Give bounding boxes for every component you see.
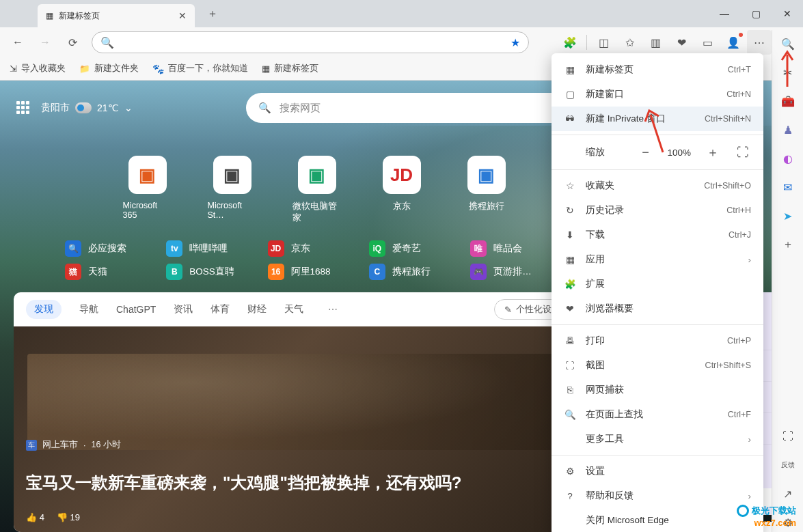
menu-print[interactable]: 🖶打印Ctrl+P xyxy=(552,328,763,353)
screenshot-icon: ⛶ xyxy=(564,361,576,371)
menu-close-edge[interactable]: 关闭 Microsoft Edge xyxy=(552,508,763,532)
baidu-icon: 🐾 xyxy=(152,64,164,74)
tile-label: 微软电脑管家 xyxy=(292,201,342,224)
menu-apps[interactable]: ▦应用› xyxy=(552,247,763,272)
link-label: BOSS直聘 xyxy=(189,266,234,278)
quick-tile[interactable]: ▣携程旅行 xyxy=(462,156,511,224)
new-tab-button[interactable]: ＋ xyxy=(202,4,223,24)
apps-grid-icon[interactable] xyxy=(16,101,30,115)
bookmark-baidu[interactable]: 🐾百度一下，你就知道 xyxy=(152,63,248,74)
extensions-icon[interactable]: 🧩 xyxy=(558,30,582,55)
fullscreen-button[interactable]: ⛶ xyxy=(735,145,751,160)
sidebar-telegram-icon[interactable]: ➤ xyxy=(778,206,798,225)
link-icon: tv xyxy=(166,240,182,257)
back-button[interactable]: ← xyxy=(5,30,30,55)
tile-label: 京东 xyxy=(393,201,411,212)
menu-settings[interactable]: ⚙设置 xyxy=(552,459,763,484)
maximize-button[interactable]: ▢ xyxy=(740,0,772,27)
quick-tile[interactable]: ▣Microsoft 365 xyxy=(123,156,172,224)
quick-link[interactable]: 🎮页游排… xyxy=(470,264,559,280)
tile-icon: ▣ xyxy=(128,156,167,194)
pulse-icon: ❤ xyxy=(564,303,576,314)
bookmark-newtab[interactable]: ▦新建标签页 xyxy=(262,63,318,74)
menu-screenshot[interactable]: ⛶截图Ctrl+Shift+S xyxy=(552,353,763,378)
menu-help[interactable]: ?帮助和反馈› xyxy=(552,484,763,508)
menu-new-tab[interactable]: ▦新建标签页Ctrl+T xyxy=(552,57,763,82)
minimize-button[interactable]: — xyxy=(709,0,740,27)
chevron-down-icon: ⌄ xyxy=(124,102,133,113)
menu-webcapture[interactable]: ⎘网页捕获 xyxy=(552,378,763,402)
quick-link[interactable]: JD京东 xyxy=(268,240,357,257)
feed-tab[interactable]: 体育 xyxy=(210,303,230,316)
sidebar-add-icon[interactable]: ＋ xyxy=(778,235,798,254)
zoom-in-button[interactable]: ＋ xyxy=(705,144,721,160)
performance-icon[interactable]: ❤ xyxy=(669,30,694,55)
collections-icon[interactable]: ▥ xyxy=(643,30,668,55)
article-time: 16 小时 xyxy=(91,439,120,451)
feed-tab[interactable]: ChatGPT xyxy=(116,304,156,315)
link-icon: 🔍 xyxy=(65,240,81,257)
close-window-button[interactable]: ✕ xyxy=(772,0,803,27)
apps-icon: ▦ xyxy=(564,254,576,265)
more-tabs-icon[interactable]: ⋯ xyxy=(328,304,338,315)
sidebar-copilot-icon[interactable]: ◐ xyxy=(778,149,798,168)
profile-avatar[interactable]: 👤 xyxy=(721,30,746,55)
link-label: 页游排… xyxy=(493,266,532,278)
sidebar-capture-icon[interactable]: ⛶ xyxy=(778,427,798,446)
refresh-button[interactable]: ⟳ xyxy=(60,30,85,55)
quick-link[interactable]: 猫天猫 xyxy=(65,264,154,280)
feed-article-card[interactable]: 车 网上车市 · 16 小时 宝马又一款新车重磅来袭，"大鸡腿"挡把被换掉，还有… xyxy=(14,326,583,532)
close-tab-icon[interactable]: ✕ xyxy=(178,10,187,21)
link-label: 京东 xyxy=(291,242,310,255)
menu-browser-essentials[interactable]: ❤浏览器概要 xyxy=(552,296,763,321)
quick-link[interactable]: iQ爱奇艺 xyxy=(369,240,458,257)
link-icon: 16 xyxy=(268,264,284,280)
menu-find[interactable]: 🔍在页面上查找Ctrl+F xyxy=(552,402,763,427)
dislike-button[interactable]: 👎 19 xyxy=(57,512,80,522)
menu-more-tools[interactable]: 更多工具› xyxy=(552,427,763,451)
quick-link[interactable]: tv哔哩哔哩 xyxy=(166,240,255,257)
quick-link[interactable]: 🔍必应搜索 xyxy=(65,240,154,257)
quick-tile[interactable]: ▣微软电脑管家 xyxy=(292,156,342,224)
sidebar-shopping-icon[interactable]: 🧰 xyxy=(778,92,798,111)
page-icon: ▦ xyxy=(46,11,53,20)
tile-label: Microsoft 365 xyxy=(123,201,172,220)
quick-link[interactable]: 唯唯品会 xyxy=(470,240,559,257)
favorites-icon[interactable]: ✩ xyxy=(617,30,642,55)
like-button[interactable]: 👍 4 xyxy=(26,512,44,522)
sidebar-games-icon[interactable]: ♟ xyxy=(778,120,798,139)
bookmark-folder[interactable]: 📁新建文件夹 xyxy=(79,63,139,74)
feed-tab[interactable]: 发现 xyxy=(26,300,62,319)
menu-history[interactable]: ↻历史记录Ctrl+H xyxy=(552,198,763,223)
zoom-value: 100% xyxy=(667,148,691,158)
menu-favorites[interactable]: ☆收藏夹Ctrl+Shift+O xyxy=(552,173,763,198)
extension-icon: 🧩 xyxy=(564,279,576,290)
weather-location[interactable]: 贵阳市 21℃ ⌄ xyxy=(41,102,133,114)
menu-new-window[interactable]: ▢新建窗口Ctrl+N xyxy=(552,82,763,107)
article-title: 宝马又一款新车重磅来袭，"大鸡腿"挡把被换掉，还有戏吗? xyxy=(26,472,571,494)
feed-tab[interactable]: 导航 xyxy=(79,303,98,316)
import-favorites-button[interactable]: ⇲导入收藏夹 xyxy=(10,63,66,74)
feed-tab[interactable]: 财经 xyxy=(247,303,267,316)
mobile-icon[interactable]: ▭ xyxy=(695,30,720,55)
browser-tab[interactable]: ▦ 新建标签页 ✕ xyxy=(38,4,195,27)
feed-tab[interactable]: 天气 xyxy=(284,303,303,316)
quick-link[interactable]: 16阿里1688 xyxy=(268,264,357,280)
quick-tile[interactable]: JD京东 xyxy=(377,156,426,224)
split-screen-icon[interactable]: ◫ xyxy=(591,30,616,55)
quick-link[interactable]: C携程旅行 xyxy=(369,264,458,280)
feed-tab[interactable]: 资讯 xyxy=(174,303,193,316)
help-icon: ? xyxy=(564,491,576,501)
menu-downloads[interactable]: ⬇下载Ctrl+J xyxy=(552,223,763,247)
menu-extensions[interactable]: 🧩扩展 xyxy=(552,272,763,296)
quick-link[interactable]: BBOSS直聘 xyxy=(166,264,255,280)
address-bar[interactable]: 🔍 ★ xyxy=(92,31,529,53)
sidebar-feedback-icon[interactable]: 反馈 xyxy=(778,456,798,475)
sidebar-outlook-icon[interactable]: ✉ xyxy=(778,178,798,197)
favorite-star-icon[interactable]: ★ xyxy=(511,36,520,49)
settings-menu-button[interactable]: ⋯ xyxy=(747,30,772,55)
web-search-input[interactable]: 🔍 搜索网页 xyxy=(246,93,601,123)
watermark: 极光下载站 xyxy=(737,505,796,517)
quick-tile[interactable]: ▣Microsoft St… xyxy=(208,156,257,224)
sidebar-external-icon[interactable]: ↗ xyxy=(778,484,798,503)
